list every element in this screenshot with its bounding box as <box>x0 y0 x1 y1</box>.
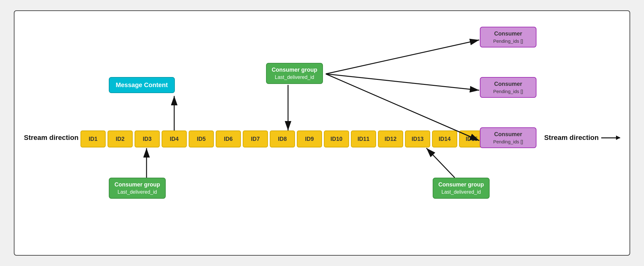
id-row: ID1 ID2 ID3 ID4 ID5 ID6 ID7 ID8 ID9 ID10… <box>80 130 511 147</box>
id-block-13: ID13 <box>405 130 430 147</box>
consumer-group-box-2: Consumer group Last_delivered_id <box>433 178 490 199</box>
id-block-14: ID14 <box>432 130 457 147</box>
consumer-box-2: Consumer Pending_ids [] <box>480 77 536 98</box>
consumer-box-3: Consumer Pending_ids [] <box>480 127 536 148</box>
id-block-7: ID7 <box>243 130 268 147</box>
id-block-2: ID2 <box>108 130 133 147</box>
consumer-group-box-1: Consumer group Last_delivered_id <box>109 178 166 199</box>
message-content-box: Message Content <box>109 77 175 93</box>
diagram-container: Stream direction Stream direction ID1 ID… <box>14 10 630 256</box>
id-block-6: ID6 <box>216 130 241 147</box>
arrow-cg2-to-id13 <box>426 148 455 178</box>
id-block-10: ID10 <box>324 130 349 147</box>
id-block-4: ID4 <box>162 130 187 147</box>
id-block-12: ID12 <box>378 130 403 147</box>
consumer-box-1: Consumer Pending_ids [] <box>480 27 536 47</box>
consumer-group-box-top: Consumer group Last_delivered_id <box>266 63 323 84</box>
arrow-cg-top-to-consumer1 <box>326 40 479 74</box>
id-block-3: ID3 <box>135 130 160 147</box>
id-block-9: ID9 <box>297 130 322 147</box>
id-block-1: ID1 <box>80 130 106 147</box>
id-block-11: ID11 <box>351 130 376 147</box>
id-block-8: ID8 <box>270 130 295 147</box>
id-block-5: ID5 <box>189 130 214 147</box>
stream-arrow-right-icon <box>601 137 620 138</box>
arrow-cg-top-to-consumer2 <box>326 74 479 90</box>
stream-direction-right: Stream direction <box>544 134 620 142</box>
